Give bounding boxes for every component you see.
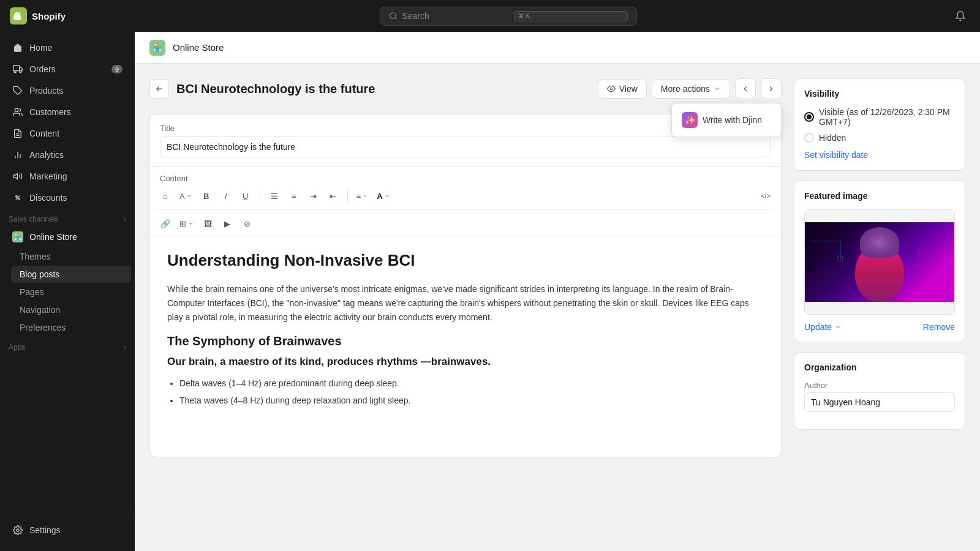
hidden-radio[interactable] (804, 133, 814, 143)
sidebar-item-marketing[interactable]: Marketing (4, 166, 131, 187)
image-bottom-padding (805, 302, 954, 314)
video-button[interactable]: ▶ (218, 215, 236, 232)
set-visibility-date-link[interactable]: Set visibility date (804, 150, 868, 160)
sidebar-item-home[interactable]: Home (4, 37, 131, 58)
list-item-2: Theta waves (4–8 Hz) during deep relaxat… (179, 394, 764, 408)
app-body: Home Orders 9 Products Customers (0, 32, 980, 551)
write-with-djinn-item[interactable]: ✨ Write with Djinn (676, 107, 777, 133)
sidebar-item-label: Content (29, 129, 59, 138)
italic-button[interactable]: I (217, 187, 235, 204)
content-heading-3: Our brain, a maestro of its kind, produc… (167, 356, 764, 368)
right-panel: Visibility Visible (as of 12/26/2023, 2:… (794, 78, 965, 536)
sidebar-item-discounts[interactable]: Discounts (4, 187, 131, 208)
ordered-list-button[interactable]: ≡ (285, 187, 303, 204)
outdent-button[interactable]: ⇤ (324, 187, 342, 204)
view-button[interactable]: View (598, 79, 647, 99)
more-actions-button[interactable]: More actions (652, 79, 730, 99)
unordered-list-button[interactable]: ☰ (265, 187, 284, 204)
indent-button[interactable]: ⇥ (304, 187, 323, 204)
link-button[interactable]: 🔗 (156, 215, 175, 232)
sidebar-item-online-store[interactable]: 🏪 Online Store (4, 227, 131, 247)
featured-image[interactable] (805, 222, 954, 302)
page-actions: View More actions ✨ Write with Djinn (598, 78, 782, 99)
table-button[interactable]: ⊞ (176, 215, 197, 232)
sidebar-item-orders[interactable]: Orders 9 (4, 59, 131, 80)
sidebar-item-themes[interactable]: Themes (11, 248, 131, 265)
home-icon (12, 42, 23, 53)
svg-point-5 (15, 108, 18, 111)
next-button[interactable] (761, 78, 782, 99)
content-heading-2: The Symphony of Brainwaves (167, 334, 764, 348)
visible-label: Visible (as of 12/26/2023, 2:30 PM GMT+7… (819, 107, 955, 127)
sidebar-item-preferences[interactable]: Preferences (11, 319, 131, 336)
page-title: BCI Neurotechnology is the future (176, 82, 590, 96)
bold-button[interactable]: B (197, 187, 216, 204)
sidebar-item-navigation[interactable]: Navigation (11, 301, 131, 318)
svg-point-12 (16, 196, 18, 198)
svg-line-14 (16, 196, 20, 200)
embed-button[interactable]: ⌂ (156, 187, 175, 204)
image-top-padding (805, 210, 954, 222)
source-button[interactable]: </> (756, 187, 775, 204)
visible-radio[interactable] (804, 112, 814, 122)
svg-rect-23 (916, 262, 921, 267)
content-label-row: Content (150, 167, 781, 184)
svg-marker-11 (13, 173, 17, 179)
svg-rect-22 (838, 256, 843, 261)
toolbar-group-main: ⌂ A B I U (156, 187, 255, 204)
color-button[interactable]: A (373, 187, 393, 204)
sidebar-item-products[interactable]: Products (4, 80, 131, 101)
visible-option[interactable]: Visible (as of 12/26/2023, 2:30 PM GMT+7… (804, 107, 955, 127)
sidebar: Home Orders 9 Products Customers (0, 32, 135, 551)
main-content: 🏪 Online Store BCI Neurotechnology is th… (135, 32, 980, 551)
sidebar-item-label: Home (29, 43, 52, 53)
svg-rect-1 (13, 66, 20, 71)
align-button[interactable]: ≡ (353, 187, 372, 204)
sidebar-item-settings[interactable]: Settings (4, 520, 131, 541)
sidebar-item-analytics[interactable]: Analytics (4, 144, 131, 165)
sidebar-item-label: Marketing (29, 171, 67, 181)
chevron-right-icon: › (124, 215, 126, 223)
sidebar-item-pages[interactable]: Pages (11, 283, 131, 301)
title-input[interactable] (160, 137, 771, 157)
author-field: Author (804, 381, 955, 412)
bell-icon (955, 10, 966, 21)
font-size-button[interactable]: A (176, 187, 196, 204)
store-icon: 🏪 (149, 40, 165, 56)
logo-text: Shopify (32, 11, 66, 21)
products-icon (12, 85, 23, 96)
no-format-button[interactable]: ⊘ (238, 215, 256, 232)
sidebar-item-customers[interactable]: Customers (4, 102, 131, 122)
content-label: Content (160, 174, 188, 183)
back-button[interactable] (149, 79, 169, 99)
divider-2 (347, 190, 348, 202)
hidden-option[interactable]: Hidden (804, 133, 955, 143)
sidebar-nav: Home Orders 9 Products Customers (0, 37, 135, 514)
update-image-button[interactable]: Update (804, 322, 842, 332)
logo: Shopify (10, 7, 66, 24)
notification-button[interactable] (951, 6, 970, 26)
prev-button[interactable] (735, 78, 756, 99)
editor-section: BCI Neurotechnology is the future View M… (149, 78, 782, 536)
search-icon (389, 12, 398, 20)
sidebar-item-content[interactable]: Content (4, 123, 131, 144)
svg-point-2 (14, 71, 16, 73)
organization-card: Organization Author (794, 352, 965, 430)
search-placeholder: Search (402, 11, 509, 21)
remove-image-button[interactable]: Remove (923, 322, 955, 332)
visibility-card: Visibility Visible (as of 12/26/2023, 2:… (794, 78, 965, 171)
djinn-icon: ✨ (682, 112, 698, 128)
image-button[interactable]: 🖼 (198, 215, 217, 232)
search-area: Search ⌘ K (66, 7, 951, 26)
content-body[interactable]: Understanding Non-Invasive BCI While the… (150, 236, 781, 457)
underline-button[interactable]: U (236, 187, 255, 204)
sidebar-item-label: Customers (29, 107, 71, 117)
svg-point-16 (610, 88, 612, 90)
featured-image-title: Featured image (804, 191, 955, 201)
author-input[interactable] (804, 392, 955, 412)
content-heading-1: Understanding Non-Invasive BCI (167, 251, 764, 270)
customers-icon (12, 107, 23, 118)
topbar-right (951, 6, 970, 26)
search-box[interactable]: Search ⌘ K (380, 7, 637, 26)
sidebar-item-blog-posts[interactable]: Blog posts (11, 266, 131, 283)
